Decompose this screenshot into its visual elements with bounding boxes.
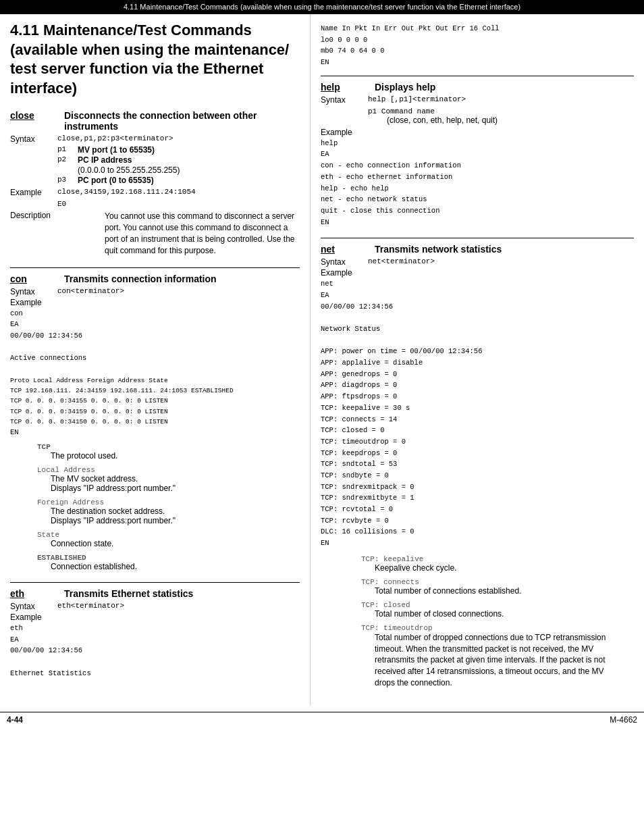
- close-param-p1: p1 MV port (1 to 65535): [57, 145, 300, 155]
- con-syntax-row: Syntax con<terminator>: [10, 287, 300, 296]
- con-code-row4: TCP 0. 0. 0. 0:34150 0. 0. 0. 0: 0 LISTE…: [10, 417, 300, 426]
- con-sub-tcp-desc: The protocol used.: [37, 451, 117, 461]
- con-sub-state: State Connection state.: [37, 529, 300, 548]
- net-code-tcp5: TCP: keepdrops = 0: [321, 448, 634, 459]
- eth-example-label: Example: [10, 613, 57, 622]
- net-code-0: net: [321, 279, 634, 289]
- help-section-header: help Displays help: [321, 82, 634, 93]
- net-sub-keepalive: TCP: keepalive Keepalive check cycle.: [361, 554, 634, 573]
- eth-table-lo0: lo0 0 0 0 0: [321, 35, 634, 45]
- net-code-app5: APP: ftpsdrops = 0: [321, 392, 634, 402]
- net-code-blank2: [321, 336, 634, 346]
- help-code-quit: quit - close this connection: [321, 206, 634, 216]
- help-code-con: con - echo connection information: [321, 161, 634, 171]
- close-p3-name: p3: [57, 176, 78, 185]
- con-sub-estab-label: ESTABLISHED: [37, 554, 86, 562]
- close-desc-text: You cannot use this command to disconnec…: [105, 211, 300, 256]
- close-p2-sub: (0.0.0.0 to 255.255.255.255): [78, 165, 180, 175]
- eth-section: eth Transmits Ethernet statistics Syntax…: [10, 588, 300, 678]
- help-syntax-label: Syntax: [321, 95, 368, 105]
- net-code-tcp8: TCP: sndrexmitpack = 0: [321, 482, 634, 492]
- net-cmd-name: net: [321, 244, 368, 255]
- help-param-p1: p1 Command name (close, con, eth, help, …: [368, 106, 634, 125]
- eth-example-label-row: Example: [10, 613, 300, 622]
- eth-syntax-val: eth<terminator>: [57, 602, 300, 611]
- con-example-label-row: Example: [10, 298, 300, 307]
- net-code-app4: APP: diagdrops = 0: [321, 380, 634, 390]
- net-code-1: EA: [321, 290, 634, 301]
- con-sub-tcp: TCP The protocol used.: [37, 442, 300, 461]
- close-example-label: Example: [10, 188, 57, 197]
- close-e0: E0: [57, 200, 66, 208]
- close-syntax-label: Syntax: [10, 134, 57, 144]
- divider-2: [10, 582, 300, 583]
- net-section: net Transmits network statistics Syntax …: [321, 244, 634, 688]
- net-sub-closed: TCP: closed Total number of closed conne…: [361, 600, 634, 619]
- con-code-line-2: 00/00/00 12:34:56: [10, 331, 300, 341]
- con-section-header: con Transmits connection information: [10, 273, 300, 284]
- help-code-0: help: [321, 138, 634, 149]
- help-code-help: help - echo help: [321, 184, 634, 194]
- divider-1: [10, 267, 300, 268]
- right-column: Name In Pkt In Err Out Pkt Out Err 16 Co…: [311, 14, 644, 706]
- close-section: close Disconnects the connection between…: [10, 110, 300, 256]
- con-sub-established: ESTABLISHED Connection established.: [37, 552, 300, 571]
- help-code-block: help EA con - echo connection informatio…: [321, 138, 634, 228]
- eth-code-block: eth EA 00/00/00 12:34:56 Ethernet Statis…: [10, 623, 300, 678]
- con-sub-local: Local Address The MV socket address. Dis…: [37, 465, 300, 493]
- eth-syntax-row: Syntax eth<terminator>: [10, 602, 300, 611]
- close-p2-name: p2: [57, 155, 78, 165]
- net-sub-closed-label: TCP: closed: [361, 601, 410, 609]
- con-cmd-desc: Transmits connection information: [64, 273, 217, 284]
- con-sub-foreign-desc: The destination socket address.: [37, 506, 165, 516]
- con-sub-tcp-label: TCP: [37, 443, 51, 451]
- net-code-tcp2: TCP: connects = 14: [321, 415, 634, 425]
- net-code-status: Network Status: [321, 324, 634, 334]
- eth-cmd-desc: Transmits Ethernet statistics: [64, 588, 193, 599]
- divider-4: [321, 238, 634, 238]
- eth-table-block: Name In Pkt In Err Out Pkt Out Err 16 Co…: [321, 24, 634, 68]
- help-example-label: Example: [321, 128, 368, 137]
- con-sub-foreign-label: Foreign Address: [37, 498, 104, 506]
- page-number: 4-44: [7, 715, 23, 725]
- net-code-tcp10: TCP: rcvtotal = 0: [321, 504, 634, 515]
- net-sub-timeout: TCP: timeoutdrop Total number of dropped…: [361, 623, 634, 689]
- con-syntax-label: Syntax: [10, 287, 57, 296]
- close-p1-name: p1: [57, 145, 78, 155]
- eth-code-blank: [10, 657, 300, 667]
- divider-3: [321, 76, 634, 76]
- con-code-blank: [10, 342, 300, 353]
- con-sub-local-desc: The MV socket address.: [37, 474, 138, 484]
- net-code-dlc: DLC: 16 collisions = 0: [321, 527, 634, 537]
- close-p3-desc: PC port (0 to 65535): [78, 176, 154, 185]
- left-column: 4.11 Maintenance/Test Commands (availabl…: [0, 14, 311, 706]
- page-container: 4.11 Maintenance/Test Commands (availabl…: [0, 0, 644, 727]
- close-param-p2: p2 PC IP address: [57, 155, 300, 165]
- con-sub-foreign-sub: Displays "IP address:port number.": [37, 516, 176, 525]
- net-syntax-label: Syntax: [321, 257, 368, 267]
- net-sub-keepalive-desc: Keepalive check cycle.: [361, 563, 456, 573]
- net-example-label: Example: [321, 268, 368, 278]
- eth-code-line-1: EA: [10, 635, 300, 645]
- help-code-en: EN: [321, 217, 634, 228]
- con-sub-local-sub: Displays "IP address:port number.": [37, 484, 176, 493]
- con-code-active: Active connections: [10, 353, 300, 363]
- net-code-tcp6: TCP: sndtotal = 53: [321, 459, 634, 469]
- net-sub-keepalive-label: TCP: keepalive: [361, 555, 423, 563]
- con-code-row2: TCP 0. 0. 0. 0:34155 0. 0. 0. 0: 0 LISTE…: [10, 396, 300, 405]
- net-code-block: net EA 00/00/00 12:34:56 Network Status …: [321, 279, 634, 548]
- close-cmd-name: close: [10, 110, 57, 121]
- eth-syntax-label: Syntax: [10, 602, 57, 611]
- help-cmd-name: help: [321, 82, 368, 93]
- close-cmd-desc: Disconnects the connection between other…: [64, 110, 294, 132]
- con-sub-state-label: State: [37, 531, 59, 539]
- help-example-label-row: Example: [321, 128, 634, 137]
- con-sub-estab-desc: Connection established.: [37, 562, 137, 571]
- net-code-tcp4: TCP: timeoutdrop = 0: [321, 437, 634, 447]
- header-text: 4.11 Maintenance/Test Commands (availabl…: [124, 3, 520, 11]
- footer: 4-44 M-4662: [0, 712, 644, 727]
- eth-table-mb0: mb0 74 0 64 0 0: [321, 46, 634, 56]
- con-code-en: EN: [10, 427, 300, 438]
- content-area: 4.11 Maintenance/Test Commands (availabl…: [0, 14, 644, 706]
- net-sub-connects-desc: Total number of connections established.: [361, 586, 521, 596]
